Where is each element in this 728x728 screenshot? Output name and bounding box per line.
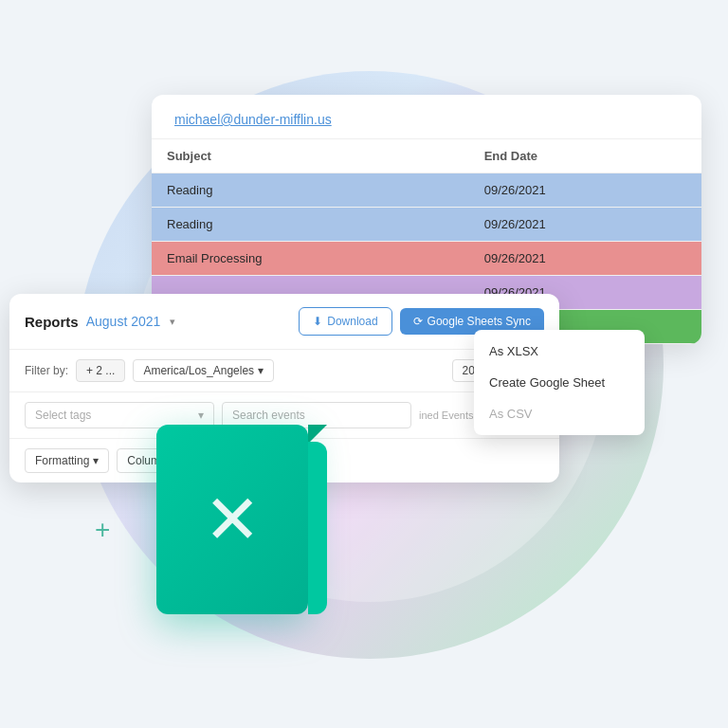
filter-tag[interactable]: + 2 ... — [76, 359, 125, 382]
sheets-label: Google Sheets Sync — [428, 315, 531, 328]
col-end-date: End Date — [469, 139, 701, 173]
sheets-icon: ⟳ — [413, 315, 423, 328]
download-icon: ⬇ — [313, 315, 322, 328]
excel-x-symbol: ✕ — [204, 480, 261, 560]
tags-placeholder: Select tags — [35, 409, 91, 422]
chevron-icon[interactable]: ▾ — [170, 316, 175, 328]
download-label: Download — [327, 315, 377, 328]
table-row: Email Processing 09/26/2021 — [152, 242, 701, 276]
table-row: Reading 09/26/2021 — [152, 208, 701, 242]
excel-file-icon: ✕ — [156, 425, 327, 633]
plus-decoration: + — [95, 517, 110, 543]
excel-corner-fill — [308, 442, 327, 614]
formatting-label: Formatting — [35, 454, 89, 467]
cell-end-date: 09/26/2021 — [469, 242, 701, 276]
download-button[interactable]: ⬇ Download — [299, 307, 391, 336]
email-display: michael@dunder-mifflin.us — [152, 95, 701, 139]
reports-title: Reports — [25, 314, 79, 330]
cell-subject: Reading — [152, 208, 469, 242]
excel-shape: ✕ — [156, 425, 308, 614]
dropdown-item-google-sheet[interactable]: Create Google Sheet — [474, 367, 645, 398]
table-row: Reading 09/26/2021 — [152, 173, 701, 208]
cell-subject: Email Processing — [152, 242, 469, 276]
cell-end-date: 09/26/2021 — [469, 208, 701, 242]
filter-location[interactable]: America/Los_Angeles ▾ — [133, 359, 274, 382]
cell-end-date: 09/26/2021 — [469, 173, 701, 208]
tags-chevron: ▾ — [198, 409, 204, 422]
formatting-button[interactable]: Formatting ▾ — [25, 448, 109, 473]
col-subject: Subject — [152, 139, 469, 173]
location-chevron: ▾ — [258, 364, 264, 377]
dropdown-item-xlsx[interactable]: As XLSX — [474, 336, 645, 367]
filter-label: Filter by: — [25, 364, 68, 377]
cell-subject: Reading — [152, 173, 469, 208]
events-placeholder: Search events — [232, 409, 305, 422]
reports-month[interactable]: August 2021 — [86, 314, 161, 329]
download-dropdown: As XLSX Create Google Sheet As CSV — [474, 330, 645, 435]
formatting-chevron-icon: ▾ — [93, 454, 99, 467]
excel-corner — [308, 425, 327, 444]
muted-events-label: ined Events — [419, 410, 473, 421]
dropdown-item-csv[interactable]: As CSV — [474, 398, 645, 429]
location-value: America/Los_Angeles — [143, 364, 254, 377]
